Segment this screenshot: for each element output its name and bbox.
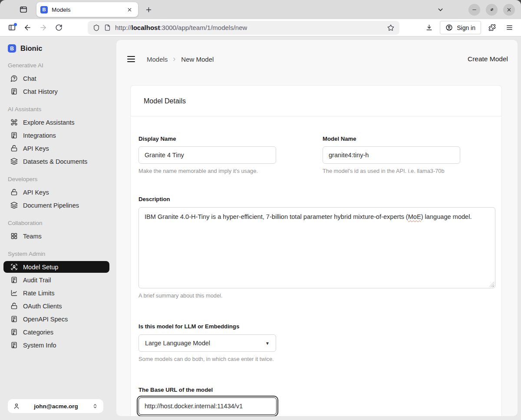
- sidebar-item-explore-assistants[interactable]: Explore Assistants: [6, 116, 107, 128]
- sidebar-item-label: Integrations: [23, 132, 56, 139]
- minimize-button[interactable]: [468, 4, 480, 16]
- lock-open-icon: [10, 189, 18, 196]
- display-name-field-group: Display Name Make the name memorable and…: [138, 136, 276, 174]
- main-panel: Models New Model Create Model Model Deta…: [116, 40, 518, 416]
- browser-toolbar: http://localhost:3000/app/team/1/models/…: [0, 19, 521, 36]
- model-type-select[interactable]: Large Language Model ▼: [138, 334, 276, 352]
- tab-close-button[interactable]: [125, 5, 134, 14]
- description-hint: A brief summary about this model.: [138, 292, 494, 299]
- sidebar-item-oauth-clients[interactable]: OAuth Clients: [6, 300, 107, 312]
- close-window-button[interactable]: [503, 4, 515, 16]
- download-icon: [425, 24, 433, 31]
- brand[interactable]: B Bionic: [6, 43, 107, 53]
- restore-icon: [489, 7, 495, 13]
- lock-open-icon: [10, 302, 18, 310]
- forward-button[interactable]: [36, 21, 49, 34]
- sidebar-item-label: Document Pipelines: [23, 202, 79, 209]
- app-sidebar: B Bionic Generative AI Chat Chat History…: [0, 36, 113, 420]
- sidebar-item-openapi-specs[interactable]: OpenAPI Specs: [6, 313, 107, 325]
- display-name-hint: Make the name memorable and imply it's u…: [138, 168, 276, 174]
- sidebar-toggle-button[interactable]: [5, 21, 18, 34]
- model-name-input[interactable]: [323, 146, 460, 164]
- spellcheck-marked-word: MoE: [408, 213, 421, 220]
- create-model-button[interactable]: Create Model: [468, 55, 508, 63]
- sidebar-item-dev-api-keys[interactable]: API Keys: [6, 186, 107, 198]
- section-title-generative-ai: Generative AI: [8, 62, 105, 69]
- reload-icon: [55, 24, 63, 31]
- extensions-button[interactable]: [485, 21, 498, 34]
- browser-tab[interactable]: B Models: [36, 2, 138, 17]
- menu-button[interactable]: [125, 53, 137, 65]
- lock-open-icon: [10, 145, 18, 152]
- plus-icon: [145, 6, 152, 13]
- browser-window: B Models: [0, 0, 521, 420]
- sidebar-item-label: API Keys: [23, 189, 49, 196]
- bookmark-star-icon[interactable]: [387, 24, 394, 31]
- user-email: john@acme.org: [20, 403, 92, 410]
- sidebar-item-label: Explore Assistants: [23, 119, 74, 126]
- model-type-label: Is this model for LLM or Embeddings: [138, 323, 494, 330]
- tab-title: Models: [52, 7, 71, 13]
- reload-button[interactable]: [52, 21, 65, 34]
- sidebar-item-audit-trail[interactable]: Audit Trail: [6, 274, 107, 286]
- sidebar-item-label: Rate Limits: [23, 290, 55, 297]
- chat-bubble-question-icon: [10, 75, 18, 82]
- layers-icon: [10, 202, 18, 209]
- description-field-group: Description IBM Granite 4.0-H-Tiny is a …: [138, 196, 494, 299]
- sidebar-item-categories[interactable]: Categories: [6, 326, 107, 338]
- sidebar-item-integrations[interactable]: Integrations: [6, 129, 107, 141]
- brand-logo: B: [8, 44, 16, 53]
- hamburger-icon: [506, 24, 513, 31]
- breadcrumb-models[interactable]: Models: [147, 56, 168, 63]
- sidebar-item-chat-history[interactable]: Chat History: [6, 86, 107, 97]
- description-textarea[interactable]: IBM Granite 4.0-H-Tiny is a hyper-effici…: [138, 207, 495, 288]
- toolbar-right-cluster: Sign in: [422, 21, 516, 34]
- sidebar-item-system-info[interactable]: System Info: [6, 339, 107, 351]
- document-icon: [10, 276, 18, 284]
- grid-icon: [10, 232, 18, 240]
- card-title: Model Details: [131, 86, 501, 116]
- arrow-left-icon: [23, 23, 32, 32]
- firefox-view-button[interactable]: [16, 3, 30, 17]
- sidebar-item-label: Teams: [23, 233, 42, 240]
- section-title-developers: Developers: [8, 176, 105, 182]
- description-label: Description: [138, 196, 494, 202]
- sidebar-item-rate-limits[interactable]: Rate Limits: [6, 287, 107, 299]
- sidebar-item-label: Categories: [23, 329, 53, 336]
- breadcrumb-new-model: New Model: [181, 56, 214, 63]
- url-bar[interactable]: http://localhost:3000/app/team/1/models/…: [88, 21, 399, 35]
- page-info-icon[interactable]: [104, 24, 111, 31]
- sidebar-item-label: OpenAPI Specs: [23, 316, 68, 323]
- chevrons-up-down-icon: [92, 403, 98, 409]
- restore-button[interactable]: [486, 4, 498, 16]
- sidebar-item-label: Model Setup: [23, 264, 58, 271]
- model-details-card: Model Details Display Name Make the name…: [130, 85, 502, 416]
- name-row: Display Name Make the name memorable and…: [138, 136, 494, 174]
- sidebar-item-teams[interactable]: Teams: [6, 230, 107, 242]
- new-tab-button[interactable]: [142, 3, 155, 16]
- display-name-input[interactable]: [138, 146, 276, 164]
- arrow-right-icon: [39, 23, 47, 32]
- section-title-system-admin: System Admin: [8, 251, 105, 257]
- back-button[interactable]: [21, 21, 34, 34]
- chevron-down-icon: [437, 6, 444, 13]
- sidebar-item-label: System Info: [23, 342, 56, 349]
- list-tabs-button[interactable]: [434, 3, 446, 16]
- signin-button[interactable]: Sign in: [440, 21, 481, 34]
- display-name-label: Display Name: [138, 136, 276, 142]
- base-url-label: The Base URL of the model: [138, 387, 494, 393]
- app-menu-button[interactable]: [503, 21, 516, 34]
- document-icon: [10, 315, 18, 323]
- user-menu[interactable]: john@acme.org: [8, 399, 103, 413]
- shield-icon[interactable]: [93, 24, 100, 31]
- sidebar-item-document-pipelines[interactable]: Document Pipelines: [6, 199, 107, 211]
- base-url-input[interactable]: [138, 397, 277, 415]
- document-icon: [10, 328, 18, 336]
- sidebar-item-api-keys[interactable]: API Keys: [6, 142, 107, 154]
- sidebar-item-chat[interactable]: Chat: [6, 73, 107, 84]
- sidebar-item-datasets-documents[interactable]: Datasets & Documents: [6, 155, 107, 167]
- downloads-button[interactable]: [422, 21, 435, 34]
- sidebar-item-model-setup[interactable]: Model Setup: [3, 261, 109, 273]
- user-icon: [13, 403, 20, 410]
- signin-label: Sign in: [457, 24, 475, 31]
